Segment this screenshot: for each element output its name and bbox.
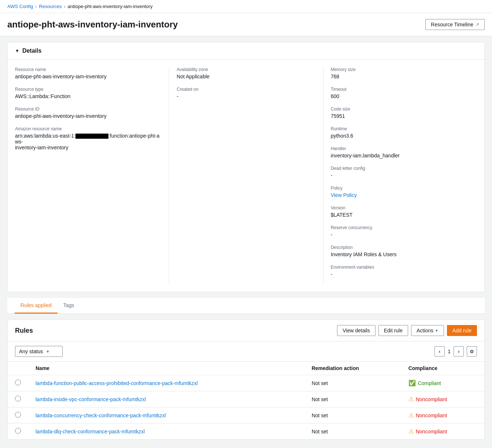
- breadcrumb-sep-1: ›: [35, 4, 37, 9]
- noncompliant-icon: ⚠: [408, 428, 414, 435]
- detail-value-reserve-concurrency: -: [331, 232, 470, 238]
- detail-value-timeout: 600: [331, 93, 470, 99]
- detail-label-runtime: Runtime: [331, 126, 470, 131]
- detail-label-description: Description: [331, 245, 470, 250]
- rule-radio-1[interactable]: [15, 396, 21, 402]
- page-prev-button[interactable]: ‹: [434, 346, 445, 356]
- view-policy-link[interactable]: View Policy: [331, 192, 357, 198]
- detail-label-env-vars: Environment variables: [331, 265, 470, 270]
- view-details-button[interactable]: View details: [337, 325, 375, 336]
- detail-label-code-size: Code size: [331, 107, 470, 112]
- page-header: antiope-pht-aws-inventory-iam-inventory …: [0, 13, 492, 36]
- status-filter-label: Any status: [19, 348, 43, 354]
- row-radio-cell: [8, 423, 28, 440]
- table-row: lambda-function-public-access-prohibited…: [8, 375, 484, 391]
- rule-name-cell: lambda-function-public-access-prohibited…: [28, 375, 304, 391]
- breadcrumb-resources[interactable]: Resources: [39, 4, 62, 9]
- col-header-name: Name: [28, 362, 304, 375]
- rules-table-header-row: Name Remediation action Compliance: [8, 362, 484, 375]
- table-settings-button[interactable]: ⚙: [467, 346, 477, 356]
- rule-compliance-cell: ⚠Noncompliant: [401, 423, 484, 440]
- detail-resource-id: Resource ID antiope-pht-aws-inventory-ia…: [15, 107, 162, 119]
- detail-label-az: Availability zone: [177, 67, 315, 72]
- tab-tags[interactable]: Tags: [58, 298, 80, 314]
- noncompliant-icon: ⚠: [408, 396, 414, 403]
- rule-name-cell: lambda-inside-vpc-conformance-pack-mfumt…: [28, 391, 304, 407]
- rules-header: Rules View details Edit rule Actions ▼ A…: [8, 320, 484, 341]
- detail-runtime: Runtime python3.6: [331, 126, 470, 139]
- detail-value-resource-type: AWS::Lambda::Function: [15, 93, 162, 99]
- detail-timeout: Timeout 600: [331, 87, 470, 99]
- detail-label-arn: Amazon resource name: [15, 126, 162, 131]
- col-header-compliance: Compliance: [401, 362, 484, 375]
- detail-label-resource-name: Resource name: [15, 67, 162, 72]
- col-header-remediation: Remediation action: [304, 362, 401, 375]
- rules-table-body: lambda-function-public-access-prohibited…: [8, 375, 484, 440]
- detail-amazon-resource-name: Amazon resource name arn:aws:lambda:us-e…: [15, 126, 162, 150]
- detail-label-version: Version: [331, 205, 470, 210]
- resource-timeline-button[interactable]: Resource Timeline ↗: [425, 19, 485, 30]
- detail-label-memory: Memory size: [331, 67, 470, 72]
- rule-compliance-cell: ⚠Noncompliant: [401, 391, 484, 407]
- rule-radio-2[interactable]: [15, 412, 21, 418]
- page-number: 1: [448, 348, 451, 354]
- compliance-label: Noncompliant: [416, 412, 447, 418]
- edit-rule-button[interactable]: Edit rule: [378, 325, 408, 336]
- row-radio-cell: [8, 391, 28, 407]
- row-radio-cell: [8, 375, 28, 391]
- row-radio-cell: [8, 407, 28, 423]
- main-content: ▼ Details Resource name antiope-pht-aws-…: [0, 36, 492, 445]
- detail-value-handler: inventory-iam.lambda_handler: [331, 153, 470, 158]
- rule-name-cell: lambda-dlq-check-conformance-pack-mfumtk…: [28, 423, 304, 440]
- detail-value-version: $LATEST: [331, 212, 470, 218]
- rule-name-link[interactable]: lambda-dlq-check-conformance-pack-mfumtk…: [36, 429, 145, 434]
- rules-table-head: Name Remediation action Compliance: [8, 362, 484, 375]
- tab-rules-applied[interactable]: Rules applied: [15, 298, 58, 314]
- compliance-label: Compliant: [418, 380, 441, 386]
- detail-value-runtime: python3.6: [331, 133, 470, 139]
- detail-policy: Policy View Policy: [331, 186, 470, 198]
- rules-title: Rules: [15, 327, 33, 335]
- detail-label-resource-id: Resource ID: [15, 107, 162, 112]
- detail-value-policy: View Policy: [331, 192, 470, 198]
- details-col-1: Resource name antiope-pht-aws-inventory-…: [15, 67, 169, 284]
- rule-radio-0[interactable]: [15, 380, 21, 385]
- add-rule-button[interactable]: Add rule: [447, 325, 477, 336]
- arn-prefix: arn:aws:lambda:us-east-1:: [15, 133, 75, 139]
- status-filter[interactable]: Any status ▼: [15, 346, 63, 357]
- rule-compliance-cell: ✅Compliant: [401, 375, 484, 391]
- detail-label-timeout: Timeout: [331, 87, 470, 92]
- rule-name-link[interactable]: lambda-function-public-access-prohibited…: [36, 380, 198, 386]
- collapse-icon[interactable]: ▼: [15, 48, 19, 53]
- rule-name-link[interactable]: lambda-inside-vpc-conformance-pack-mfumt…: [36, 396, 146, 402]
- actions-button[interactable]: Actions ▼: [411, 325, 444, 336]
- detail-label-reserve-concurrency: Reserve concurrency: [331, 225, 470, 230]
- table-row: lambda-dlq-check-conformance-pack-mfumtk…: [8, 423, 484, 440]
- detail-value-resource-id: antiope-pht-aws-inventory-iam-inventory: [15, 113, 162, 119]
- filter-row: Any status ▼ ‹ 1 › ⚙: [8, 341, 484, 362]
- rule-remediation-cell: Not set: [304, 407, 401, 423]
- arn-redacted: [75, 134, 108, 139]
- detail-description: Description Inventory IAM Roles & Users: [331, 245, 470, 257]
- breadcrumb-aws-config[interactable]: AWS Config: [7, 4, 33, 9]
- compliance-label: Noncompliant: [416, 396, 447, 402]
- detail-value-code-size: 75951: [331, 113, 470, 119]
- detail-reserve-concurrency: Reserve concurrency -: [331, 225, 470, 238]
- detail-resource-type: Resource type AWS::Lambda::Function: [15, 87, 162, 99]
- detail-value-memory: 768: [331, 74, 470, 79]
- rules-card: Rules View details Edit rule Actions ▼ A…: [7, 320, 485, 440]
- page-title: antiope-pht-aws-inventory-iam-inventory: [7, 19, 178, 30]
- detail-label-created-on: Created on: [177, 87, 315, 92]
- detail-label-handler: Handler: [331, 146, 470, 151]
- detail-memory-size: Memory size 768: [331, 67, 470, 79]
- rules-action-buttons: View details Edit rule Actions ▼ Add rul…: [337, 325, 477, 336]
- compliant-icon: ✅: [408, 380, 416, 387]
- details-header: ▼ Details: [8, 42, 484, 60]
- detail-label-resource-type: Resource type: [15, 87, 162, 92]
- pagination-controls: ‹ 1 › ⚙: [434, 346, 477, 356]
- rule-radio-3[interactable]: [15, 428, 21, 434]
- details-title: Details: [22, 48, 41, 54]
- rule-name-link[interactable]: lambda-concurrency-check-conformance-pac…: [36, 412, 166, 418]
- page-next-button[interactable]: ›: [454, 346, 464, 356]
- detail-dead-letter: Dead letter config -: [331, 166, 470, 178]
